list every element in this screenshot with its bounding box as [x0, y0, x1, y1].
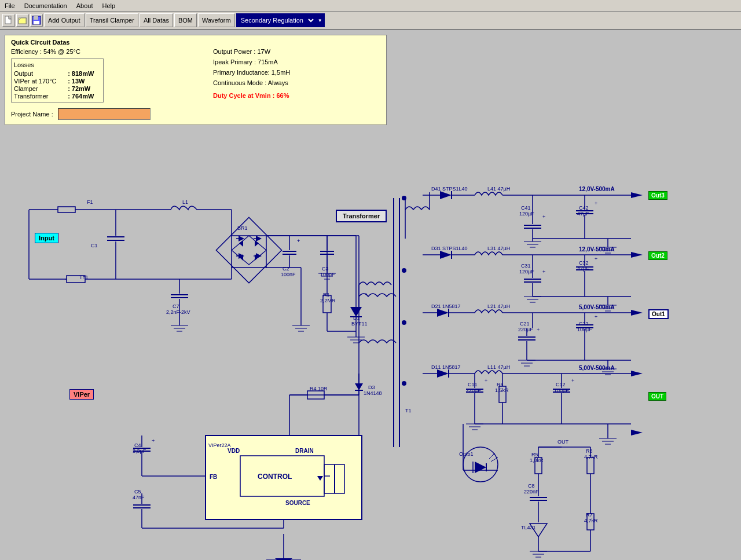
svg-text:C7: C7: [173, 303, 179, 309]
inductance-text: Primary Inductance: 1,5mH: [213, 69, 380, 76]
svg-text:C21: C21: [520, 321, 530, 327]
svg-text:C11: C11: [468, 382, 478, 387]
svg-rect-6: [34, 21, 39, 24]
info-panel: Quick Circuit Datas Efficiency : 54% @ 2…: [5, 35, 387, 125]
svg-text:FB: FB: [210, 474, 217, 480]
menu-bar: File Documentation About Help: [0, 0, 741, 12]
svg-text:C41: C41: [521, 205, 531, 211]
svg-text:L11 47µH: L11 47µH: [487, 364, 510, 370]
svg-text:L41 47µH: L41 47µH: [487, 186, 510, 192]
svg-text:C22: C22: [579, 321, 589, 327]
bom-button[interactable]: BOM: [174, 13, 197, 27]
svg-text:BYT11: BYT11: [351, 321, 368, 327]
svg-text:OUT: OUT: [557, 439, 569, 445]
loss-clamper-label: Clamper: [14, 85, 63, 92]
panel-title: Quick Circuit Datas: [11, 39, 380, 46]
open-icon[interactable]: [16, 14, 29, 27]
output-power-text: Output Power : 17W: [213, 48, 380, 55]
input-label: Input: [35, 233, 58, 243]
svg-marker-3: [19, 18, 26, 24]
transil-clamper-button[interactable]: Transil Clamper: [86, 13, 138, 27]
menu-file[interactable]: File: [2, 2, 17, 9]
main-content: Quick Circuit Datas Efficiency : 54% @ 2…: [0, 30, 741, 560]
svg-text:D31 STPS1L40: D31 STPS1L40: [431, 246, 468, 251]
svg-text:D3: D3: [368, 385, 375, 390]
out3-label: Out3: [648, 191, 667, 200]
svg-text:C2: C2: [283, 266, 289, 272]
loss-output-value: : 818mW: [68, 70, 101, 77]
svg-text:C8: C8: [528, 483, 535, 489]
svg-text:L21 47µH: L21 47µH: [487, 303, 510, 309]
out1-label: Out1: [648, 309, 669, 319]
svg-text:1,5kR: 1,5kR: [495, 387, 509, 393]
svg-text:4,7kR: 4,7kR: [584, 518, 598, 524]
svg-text:+: +: [537, 327, 540, 332]
svg-text:L1: L1: [182, 199, 188, 205]
svg-text:C12: C12: [556, 382, 566, 387]
svg-text:100nF: 100nF: [281, 272, 296, 277]
duty-cycle-text: Duty Cycle at Vmin : 66%: [213, 92, 380, 99]
secondary-regulation-dropdown[interactable]: Secondary Regulation ▼: [236, 13, 325, 27]
all-datas-button[interactable]: All Datas: [140, 13, 173, 27]
svg-text:R8: R8: [586, 448, 593, 454]
menu-documentation[interactable]: Documentation: [22, 2, 69, 9]
svg-text:+: +: [152, 438, 155, 444]
project-name-input[interactable]: [58, 108, 151, 120]
svg-text:C42: C42: [579, 205, 589, 211]
svg-text:C31: C31: [521, 263, 531, 269]
out2-label: Out2: [648, 251, 667, 260]
save-icon[interactable]: [30, 14, 43, 27]
loss-viper-label: VIPer at 170°C: [14, 78, 63, 85]
svg-text:D41 STPS1L40: D41 STPS1L40: [431, 186, 468, 192]
svg-text:SOURCE: SOURCE: [285, 500, 310, 506]
waveform-button[interactable]: Waveform: [198, 13, 235, 27]
loss-transformer-value: : 764mW: [68, 93, 101, 100]
svg-point-111: [402, 196, 406, 200]
svg-text:12,0V-500mA: 12,0V-500mA: [579, 186, 615, 192]
svg-text:2,2nF-2kV: 2,2nF-2kV: [166, 309, 190, 315]
new-icon[interactable]: [2, 14, 15, 27]
svg-text:C3: C3: [322, 266, 329, 272]
svg-text:+: +: [485, 378, 487, 383]
svg-text:L31 47µH: L31 47µH: [487, 246, 510, 251]
ipeak-text: Ipeak Primary : 715mA: [213, 58, 380, 65]
losses-title: Losses: [14, 61, 101, 68]
add-output-button[interactable]: Add Output: [44, 13, 85, 27]
svg-text:C1: C1: [91, 243, 98, 248]
loss-output-label: Output: [14, 70, 63, 77]
svg-text:47nF: 47nF: [133, 495, 145, 500]
svg-text:R1: R1: [323, 292, 330, 298]
regulation-select[interactable]: Secondary Regulation: [236, 13, 316, 27]
svg-text:Opto1: Opto1: [459, 451, 474, 457]
svg-text:D21 1N5817: D21 1N5817: [431, 303, 461, 309]
svg-text:220nF: 220nF: [524, 489, 539, 495]
loss-clamper-value: : 72mW: [68, 85, 101, 92]
svg-text:5,00V-500mA: 5,00V-500mA: [579, 365, 615, 371]
loss-transformer-label: Transformer: [14, 93, 63, 100]
project-label: Project Name :: [11, 111, 53, 118]
svg-text:+: +: [595, 256, 597, 262]
svg-point-113: [402, 320, 406, 325]
svg-text:DRAIN: DRAIN: [295, 448, 314, 454]
svg-text:+: +: [297, 238, 300, 244]
menu-about[interactable]: About: [74, 2, 96, 9]
svg-text:D11 1N5817: D11 1N5817: [431, 364, 461, 370]
viper-chip-label: VIPer: [69, 389, 94, 400]
svg-text:BR1: BR1: [237, 225, 248, 231]
svg-text:CONTROL: CONTROL: [258, 473, 292, 481]
svg-text:+: +: [542, 269, 545, 274]
svg-text:220µF: 220µF: [518, 327, 533, 332]
svg-text:VDD: VDD: [228, 448, 240, 454]
out-main-label: OUT: [648, 392, 666, 401]
svg-text:R5: R5: [531, 452, 538, 457]
svg-text:+: +: [595, 200, 597, 206]
svg-text:12,0V-500mA: 12,0V-500mA: [579, 246, 615, 252]
loss-viper-value: : 13W: [68, 78, 101, 85]
svg-text:F1: F1: [87, 199, 93, 205]
svg-text:2,2MR: 2,2MR: [320, 298, 336, 303]
menu-help[interactable]: Help: [100, 2, 118, 9]
dropdown-arrow[interactable]: ▼: [316, 13, 325, 27]
svg-rect-5: [34, 16, 38, 20]
svg-point-114: [402, 381, 406, 386]
svg-text:C32: C32: [579, 260, 589, 266]
